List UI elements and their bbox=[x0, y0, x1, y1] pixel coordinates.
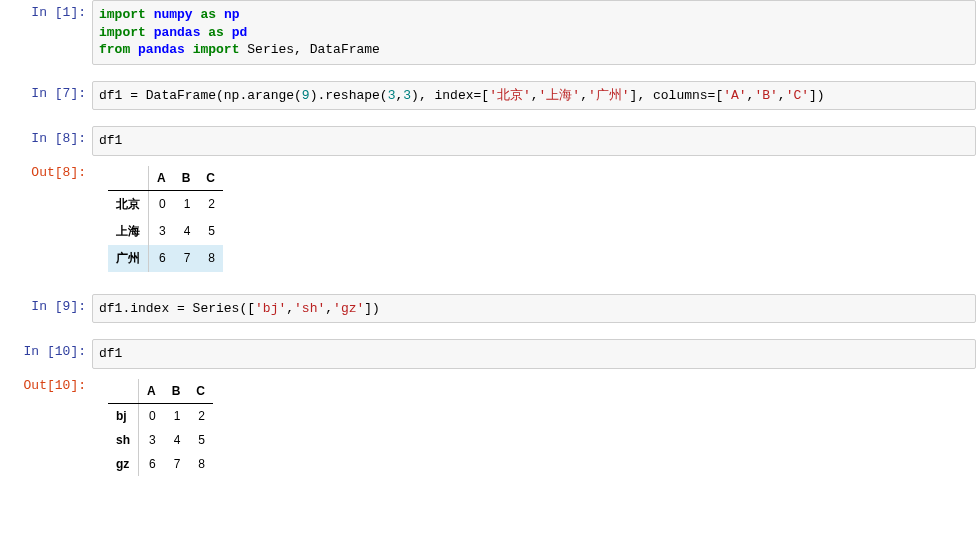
cell: 1 bbox=[164, 403, 189, 428]
col-header: A bbox=[149, 166, 174, 191]
cell: 6 bbox=[149, 245, 174, 272]
cell: 3 bbox=[149, 218, 174, 245]
prompt-in-8: In [8]: bbox=[0, 126, 92, 146]
row-index: bj bbox=[108, 403, 139, 428]
code-input-10[interactable]: df1 bbox=[92, 339, 976, 369]
cell: 6 bbox=[139, 452, 164, 476]
prompt-in-1: In [1]: bbox=[0, 0, 92, 20]
row-index: gz bbox=[108, 452, 139, 476]
table-row: 广州 6 7 8 bbox=[108, 245, 223, 272]
cell-in-10: In [10]: df1 bbox=[0, 339, 976, 369]
prompt-out-8: Out[8]: bbox=[0, 160, 92, 180]
cell: 7 bbox=[164, 452, 189, 476]
cell-in-9: In [9]: df1.index = Series(['bj','sh','g… bbox=[0, 294, 976, 324]
table-row: bj 0 1 2 bbox=[108, 403, 213, 428]
cell: 1 bbox=[174, 190, 199, 218]
cell-in-1: In [1]: import numpy as np import pandas… bbox=[0, 0, 976, 65]
cell: 4 bbox=[164, 428, 189, 452]
code-input-9[interactable]: df1.index = Series(['bj','sh','gz']) bbox=[92, 294, 976, 324]
dataframe-output-10: A B C bj 0 1 2 sh 3 4 5 bbox=[108, 379, 213, 476]
col-header: C bbox=[188, 379, 213, 404]
cell: 0 bbox=[139, 403, 164, 428]
code-input-1[interactable]: import numpy as np import pandas as pd f… bbox=[92, 0, 976, 65]
col-header: A bbox=[139, 379, 164, 404]
cell: 5 bbox=[188, 428, 213, 452]
table-header-row: A B C bbox=[108, 379, 213, 404]
table-header-row: A B C bbox=[108, 166, 223, 191]
cell-in-7: In [7]: df1 = DataFrame(np.arange(9).res… bbox=[0, 81, 976, 111]
output-10: A B C bj 0 1 2 sh 3 4 5 bbox=[92, 373, 976, 482]
table-row: gz 6 7 8 bbox=[108, 452, 213, 476]
row-index: 北京 bbox=[108, 190, 149, 218]
table-row: 上海 3 4 5 bbox=[108, 218, 223, 245]
cell: 4 bbox=[174, 218, 199, 245]
code-input-7[interactable]: df1 = DataFrame(np.arange(9).reshape(3,3… bbox=[92, 81, 976, 111]
cell: 2 bbox=[198, 190, 223, 218]
prompt-in-7: In [7]: bbox=[0, 81, 92, 101]
col-header: B bbox=[164, 379, 189, 404]
cell: 5 bbox=[198, 218, 223, 245]
prompt-in-9: In [9]: bbox=[0, 294, 92, 314]
cell: 0 bbox=[149, 190, 174, 218]
cell-out-10: Out[10]: A B C bj 0 1 2 sh bbox=[0, 373, 976, 482]
row-index: sh bbox=[108, 428, 139, 452]
prompt-in-10: In [10]: bbox=[0, 339, 92, 359]
col-header: C bbox=[198, 166, 223, 191]
cell: 8 bbox=[188, 452, 213, 476]
row-index: 上海 bbox=[108, 218, 149, 245]
prompt-out-10: Out[10]: bbox=[0, 373, 92, 393]
cell: 8 bbox=[198, 245, 223, 272]
table-row: sh 3 4 5 bbox=[108, 428, 213, 452]
dataframe-output-8: A B C 北京 0 1 2 上海 3 4 5 bbox=[108, 166, 223, 272]
col-header: B bbox=[174, 166, 199, 191]
row-index: 广州 bbox=[108, 245, 149, 272]
code-input-8[interactable]: df1 bbox=[92, 126, 976, 156]
cell: 3 bbox=[139, 428, 164, 452]
cell-out-8: Out[8]: A B C 北京 0 1 2 上海 bbox=[0, 160, 976, 278]
table-row: 北京 0 1 2 bbox=[108, 190, 223, 218]
cell: 2 bbox=[188, 403, 213, 428]
cell-in-8: In [8]: df1 bbox=[0, 126, 976, 156]
cell: 7 bbox=[174, 245, 199, 272]
output-8: A B C 北京 0 1 2 上海 3 4 5 bbox=[92, 160, 976, 278]
